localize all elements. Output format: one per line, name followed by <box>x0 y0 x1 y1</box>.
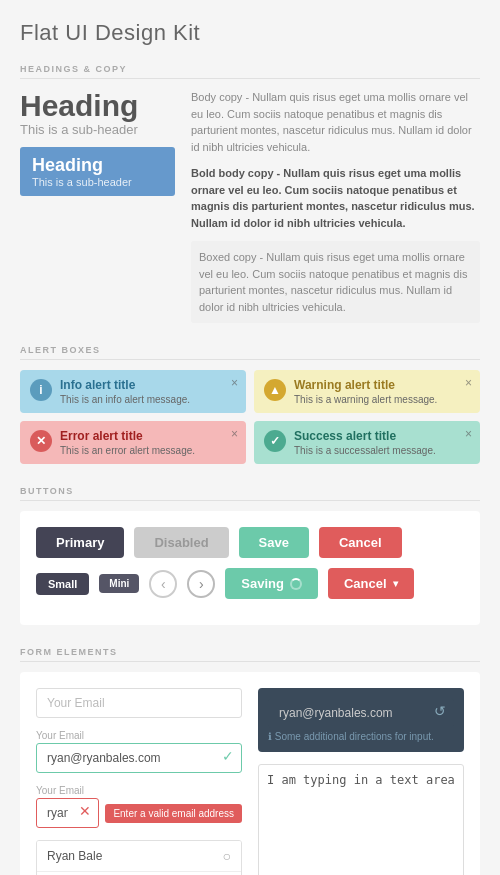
headings-content: Heading This is a sub-header Heading Thi… <box>20 89 480 323</box>
alerts-grid: i Info alert title This is an info alert… <box>20 370 480 464</box>
subheader-plain: This is a sub-header <box>20 122 175 137</box>
btn-row-1: Primary Disabled Save Cancel <box>36 527 464 558</box>
email-error-group: Your Email ✕ Enter a valid email address <box>36 785 242 828</box>
check-icon: ✓ <box>222 748 234 764</box>
alert-success-title: Success alert title <box>294 429 436 443</box>
alert-error-msg: This is an error alert message. <box>60 445 195 456</box>
alert-warning: ▲ Warning alert title This is a warning … <box>254 370 480 413</box>
headings-section: HEADINGS & COPY Heading This is a sub-he… <box>20 64 480 323</box>
error-x-icon: ✕ <box>79 803 91 819</box>
heading-box-title: Heading <box>32 155 163 176</box>
buttons-container: Primary Disabled Save Cancel Small Mini … <box>20 511 480 625</box>
save-button[interactable]: Save <box>239 527 309 558</box>
alert-success-content: Success alert title This is a successale… <box>294 429 436 456</box>
alert-info-content: Info alert title This is an info alert m… <box>60 378 190 405</box>
alert-success: ✓ Success alert title This is a successa… <box>254 421 480 464</box>
alert-warning-content: Warning alert title This is a warning al… <box>294 378 437 405</box>
saving-button[interactable]: Saving <box>225 568 318 599</box>
cancel-button[interactable]: Cancel <box>319 527 402 558</box>
page-container: Flat UI Design Kit HEADINGS & COPY Headi… <box>0 0 500 875</box>
alert-info-close[interactable]: × <box>231 376 238 390</box>
buttons-section: BUTTONS Primary Disabled Save Cancel Sma… <box>20 486 480 625</box>
text-area[interactable]: I am typing in a text area <box>258 764 464 875</box>
dropdown-arrow-icon: ▾ <box>393 578 398 589</box>
cancel2-label: Cancel <box>344 576 387 591</box>
email-placeholder-display: Your Email <box>36 688 242 718</box>
saving-spinner <box>290 578 302 590</box>
alert-success-msg: This is a successalert message. <box>294 445 436 456</box>
headings-label: HEADINGS & COPY <box>20 64 480 79</box>
alert-info: i Info alert title This is an info alert… <box>20 370 246 413</box>
mini-button[interactable]: Mini <box>99 574 139 593</box>
info-small-icon: ℹ <box>268 731 272 742</box>
success-icon: ✓ <box>264 430 286 452</box>
buttons-label: BUTTONS <box>20 486 480 501</box>
disabled-button: Disabled <box>134 527 228 558</box>
headings-right: Body copy - Nullam quis risus eget uma m… <box>191 89 480 323</box>
dark-input-box: ↺ ℹ Some additional directions for input… <box>258 688 464 752</box>
small-button[interactable]: Small <box>36 573 89 595</box>
forms-section: FORM ELEMENTS Your Email Your Email <box>20 647 480 875</box>
form-left: Your Email Your Email ✓ Your Email <box>36 688 242 875</box>
alert-error: ✕ Error alert title This is an error ale… <box>20 421 246 464</box>
copy-normal: Body copy - Nullam quis risus eget uma m… <box>191 89 480 155</box>
alert-error-title: Error alert title <box>60 429 195 443</box>
error-tag: Enter a valid email address <box>105 804 242 823</box>
cancel2-button[interactable]: Cancel ▾ <box>328 568 414 599</box>
email-plain-group: Your Email <box>36 688 242 718</box>
info-icon: i <box>30 379 52 401</box>
heading-plain: Heading <box>20 89 175 122</box>
forms-container: Your Email Your Email ✓ Your Email <box>20 672 480 875</box>
error-inline-row: ✕ Enter a valid email address <box>36 798 242 828</box>
alerts-section: ALERT BOXES i Info alert title This is a… <box>20 345 480 464</box>
email-dark-input[interactable] <box>268 698 454 728</box>
email-placeholder-text: Your Email <box>47 696 105 710</box>
forms-label: FORM ELEMENTS <box>20 647 480 662</box>
error-icon: ✕ <box>30 430 52 452</box>
alert-error-content: Error alert title This is an error alert… <box>60 429 195 456</box>
page-title: Flat UI Design Kit <box>20 20 480 46</box>
copy-bold: Bold body copy - Nullam quis risus eget … <box>191 165 480 231</box>
alert-warning-title: Warning alert title <box>294 378 437 392</box>
copy-boxed: Boxed copy - Nullam quis risus eget uma … <box>191 241 480 323</box>
form-grid: Your Email Your Email ✓ Your Email <box>36 688 464 875</box>
btn-row-2: Small Mini ‹ › Saving Cancel ▾ <box>36 568 464 599</box>
warning-icon: ▲ <box>264 379 286 401</box>
email-success-input[interactable] <box>36 743 242 773</box>
ac-name-0: Ryan Bale <box>47 849 102 863</box>
ac-item-0[interactable]: Ryan Bale ○ <box>37 841 241 872</box>
headings-left: Heading This is a sub-header Heading Thi… <box>20 89 175 323</box>
dark-input-note: ℹ Some additional directions for input. <box>268 731 454 742</box>
ac-icon-0: ○ <box>223 848 231 864</box>
email-error-label: Your Email <box>36 785 242 796</box>
nav-prev-button[interactable]: ‹ <box>149 570 177 598</box>
autocomplete-list: Ryan Bale ○ Ryan Baley 👤 Ryan Bales ↻ <box>36 840 242 875</box>
alerts-label: ALERT BOXES <box>20 345 480 360</box>
form-right: ↺ ℹ Some additional directions for input… <box>258 688 464 875</box>
email-success-group: Your Email ✓ <box>36 730 242 773</box>
spin-icon: ↺ <box>434 703 446 719</box>
primary-button[interactable]: Primary <box>36 527 124 558</box>
alert-success-close[interactable]: × <box>465 427 472 441</box>
saving-label: Saving <box>241 576 284 591</box>
alert-warning-close[interactable]: × <box>465 376 472 390</box>
alert-info-msg: This is an info alert message. <box>60 394 190 405</box>
email-success-label: Your Email <box>36 730 242 741</box>
heading-box: Heading This is a sub-header <box>20 147 175 196</box>
alert-error-close[interactable]: × <box>231 427 238 441</box>
alert-warning-msg: This is a warning alert message. <box>294 394 437 405</box>
nav-next-button[interactable]: › <box>187 570 215 598</box>
heading-box-sub: This is a sub-header <box>32 176 163 188</box>
alert-info-title: Info alert title <box>60 378 190 392</box>
